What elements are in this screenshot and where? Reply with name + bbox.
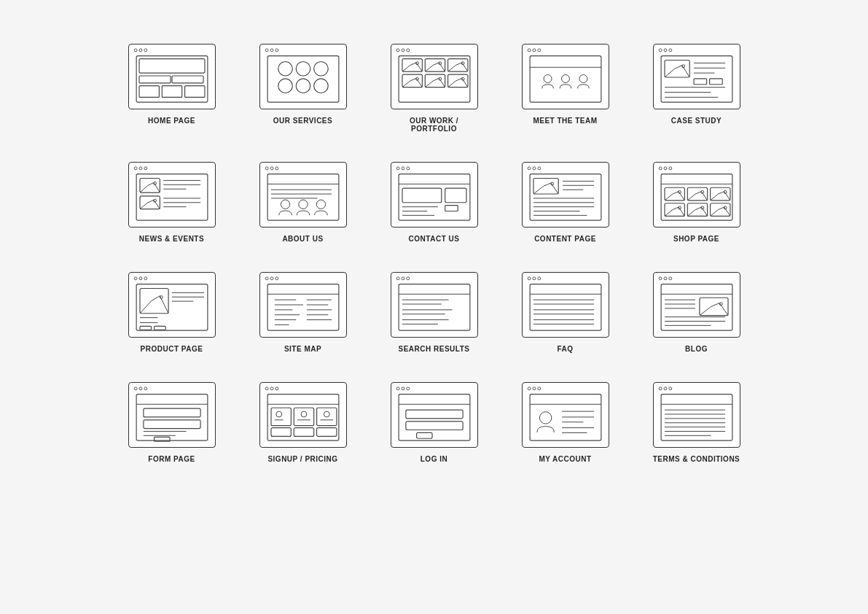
svg-point-263 (324, 411, 329, 417)
svg-line-171 (724, 207, 730, 216)
svg-point-261 (275, 411, 281, 417)
svg-point-205 (396, 277, 399, 280)
svg-rect-143 (665, 187, 684, 201)
svg-line-146 (679, 192, 684, 201)
tile-search-results[interactable]: SEARCH RESULTS (391, 272, 478, 353)
news-events-label: NEWS & EVENTS (139, 235, 204, 243)
tile-case-study[interactable]: CASE STUDY (653, 44, 740, 133)
svg-point-81 (144, 167, 146, 170)
svg-point-280 (537, 387, 540, 390)
svg-rect-49 (447, 74, 467, 88)
svg-point-10 (265, 49, 268, 52)
svg-rect-188 (154, 326, 165, 330)
svg-point-278 (528, 387, 531, 390)
svg-point-290 (664, 387, 667, 390)
svg-rect-208 (399, 284, 470, 331)
svg-point-243 (134, 387, 137, 390)
svg-point-59 (544, 74, 552, 82)
svg-point-54 (528, 49, 531, 52)
svg-line-155 (718, 192, 724, 195)
svg-rect-115 (402, 188, 442, 203)
svg-line-40 (402, 81, 410, 88)
svg-point-227 (659, 277, 662, 280)
form-page-icon (128, 382, 216, 448)
svg-point-138 (659, 167, 662, 170)
tile-product-page[interactable]: PRODUCT PAGE (128, 272, 216, 353)
svg-line-89 (140, 203, 148, 209)
svg-rect-82 (136, 174, 208, 221)
svg-point-271 (402, 387, 404, 390)
svg-rect-292 (661, 395, 732, 441)
search-results-icon (391, 272, 478, 338)
svg-point-139 (664, 167, 667, 170)
svg-line-86 (154, 182, 160, 193)
svg-line-235 (719, 303, 728, 316)
svg-line-68 (674, 66, 681, 69)
tile-home-page[interactable]: HOME PAGE (128, 44, 216, 133)
tile-contact-us[interactable]: CONTACT US (391, 162, 478, 243)
svg-point-254 (270, 387, 273, 390)
svg-point-19 (313, 79, 328, 93)
svg-line-67 (665, 69, 675, 77)
tile-signup-pricing[interactable]: SIGNUP / PRICING (259, 382, 347, 463)
tile-form-page[interactable]: FORM PAGE (128, 382, 216, 463)
svg-rect-177 (140, 289, 168, 314)
tile-faq[interactable]: FAQ (522, 272, 609, 353)
svg-line-85 (147, 182, 153, 185)
svg-point-217 (533, 277, 536, 280)
tile-news-events[interactable]: NEWS & EVENTS (128, 162, 216, 243)
tile-my-account[interactable]: MY ACCOUNT (522, 382, 609, 463)
home-page-label: HOME PAGE (148, 117, 195, 125)
svg-line-84 (140, 185, 148, 193)
tile-our-services[interactable]: OUR SERVICES (259, 44, 347, 133)
case-study-label: CASE STUDY (671, 117, 722, 125)
contact-us-label: CONTACT US (409, 235, 460, 243)
meet-the-team-icon (522, 44, 609, 109)
tile-meet-the-team[interactable]: MEET THE TEAM (522, 44, 609, 133)
svg-line-41 (410, 78, 415, 81)
svg-point-207 (406, 277, 409, 280)
svg-point-56 (537, 49, 540, 52)
case-study-icon (653, 44, 740, 109)
product-page-label: PRODUCT PAGE (141, 345, 203, 353)
svg-line-31 (433, 63, 439, 66)
svg-point-191 (275, 277, 278, 280)
search-results-label: SEARCH RESULTS (399, 345, 470, 353)
svg-rect-44 (425, 74, 445, 88)
svg-point-173 (134, 277, 137, 280)
svg-rect-281 (530, 395, 601, 441)
svg-rect-275 (405, 410, 462, 419)
svg-rect-148 (687, 187, 707, 201)
tile-site-map[interactable]: SITE MAP (259, 272, 347, 353)
svg-point-111 (402, 167, 404, 170)
svg-point-189 (265, 277, 268, 280)
svg-line-234 (711, 303, 719, 307)
svg-point-15 (296, 61, 310, 76)
svg-line-128 (550, 183, 558, 194)
tile-blog[interactable]: BLOG (653, 272, 740, 353)
svg-line-179 (151, 296, 160, 301)
svg-line-159 (665, 210, 673, 217)
svg-point-218 (537, 277, 540, 280)
svg-point-253 (265, 387, 268, 390)
svg-rect-256 (267, 395, 339, 441)
svg-line-46 (433, 78, 439, 81)
our-work-icon (391, 44, 478, 109)
svg-line-90 (147, 200, 153, 203)
svg-rect-153 (710, 187, 730, 201)
faq-icon (522, 272, 609, 338)
tile-terms[interactable]: TERMS & CONDITIONS (653, 382, 740, 463)
svg-line-156 (724, 192, 730, 201)
tile-shop-page[interactable]: SHOP PAGE (653, 162, 740, 243)
svg-rect-267 (271, 428, 291, 437)
svg-point-2 (144, 49, 146, 52)
svg-point-245 (144, 387, 146, 390)
tile-log-in[interactable]: LOG IN (391, 382, 478, 463)
svg-line-47 (439, 78, 445, 87)
svg-point-174 (139, 277, 142, 280)
about-us-icon (259, 162, 347, 228)
tile-about-us[interactable]: ABOUT US (259, 162, 347, 243)
blog-label: BLOG (685, 345, 708, 353)
tile-content-page[interactable]: CONTENT PAGE (522, 162, 609, 243)
tile-our-work[interactable]: OUR WORK / PORTFOLIO (391, 44, 478, 133)
